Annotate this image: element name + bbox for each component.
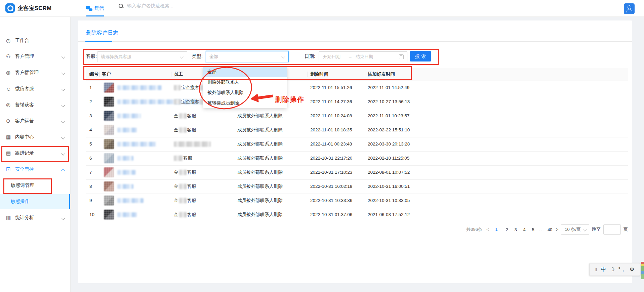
- prev-page-button[interactable]: <: [486, 227, 489, 232]
- type-select-dropdown: 全部删除外部联系人被外部联系人删除被转接成员删除: [203, 67, 287, 108]
- delete-time-cell: 2022-11-01 10:18:35: [310, 123, 352, 137]
- sidebar-item-content-center[interactable]: ▦内容中心: [0, 130, 70, 144]
- person-icon: [628, 5, 631, 9]
- pixelation-overlay: [104, 181, 114, 192]
- page-size-value: 10 条/页: [565, 226, 581, 233]
- wechat-bubbles-icon: [86, 6, 92, 11]
- customer-avatar-blur: [104, 125, 114, 135]
- delete-time-cell: 2022-10-31 10:33:36: [310, 194, 352, 208]
- delete-time-cell: 2022-10-31 01:37:06: [310, 208, 352, 222]
- jump-page-input[interactable]: [603, 224, 621, 235]
- employee-blur: [179, 127, 187, 133]
- sidebar-item-customer-operation[interactable]: ⊙客户运营: [0, 114, 70, 128]
- employee-visible-text: 客服: [187, 127, 196, 133]
- header-separator: [99, 72, 100, 77]
- page-size-select[interactable]: 10 条/页: [561, 224, 589, 235]
- agent-select[interactable]: 请选择所属客服: [97, 51, 187, 62]
- quick-search-input[interactable]: [126, 3, 195, 9]
- sidebar-item-security-control[interactable]: ☑安全管控: [0, 163, 70, 176]
- pixelation-overlay: [104, 97, 114, 107]
- chevron-down-icon: [61, 55, 65, 58]
- table-row: 1宝企搜客2022-11-01 15:51:262022-11-01 14:52…: [86, 81, 628, 95]
- delete-type-cell: 成员被外部联系人删除: [237, 151, 283, 165]
- dashboard-icon: ◴: [6, 38, 13, 44]
- dropdown-option[interactable]: 删除外部联系人: [203, 77, 287, 87]
- sidebar-item-workbench[interactable]: ◴工作台: [0, 34, 70, 47]
- sidebar-item-wechat-service[interactable]: ☺微信客服: [0, 82, 70, 95]
- employee-visible-text: 客服: [187, 183, 196, 190]
- delete-time-cell: 2022-11-01 15:51:26: [310, 81, 352, 95]
- customer-name-blur: [117, 128, 137, 132]
- dropdown-option[interactable]: 被转接成员删除: [203, 98, 287, 108]
- page-number-button[interactable]: 3: [513, 227, 519, 232]
- page-number-button[interactable]: 1: [492, 225, 501, 234]
- employee-blur: [174, 99, 180, 105]
- sidebar-item-label: 客户运营: [15, 118, 34, 124]
- sidebar-item-label: 营销获客: [15, 102, 34, 108]
- sidebar-item-statistics[interactable]: ▥统计分析: [0, 211, 70, 224]
- sidebar-item-label: 统计分析: [15, 215, 34, 221]
- sidebar-item-followup-records[interactable]: ▤跟进记录: [0, 147, 70, 160]
- tab-hairline: [78, 41, 632, 42]
- type-select[interactable]: 全部: [206, 51, 289, 62]
- chinese-mode-icon[interactable]: 中: [601, 267, 606, 272]
- search-button[interactable]: 搜 索: [410, 51, 431, 61]
- sidebar-item-sensitive-actions[interactable]: 敏感操作: [0, 195, 70, 208]
- date-end-placeholder: 结束日期: [356, 54, 373, 60]
- employee-blur: [179, 198, 187, 203]
- add-friend-time-cell: 2022-11-01 14:52:49: [368, 81, 409, 95]
- agent-filter-label: 客服:: [86, 53, 97, 59]
- row-index-cell: 2: [89, 95, 92, 109]
- customer-name-blur: [117, 142, 156, 147]
- tab-delete-customer-log[interactable]: 删除客户日志: [86, 30, 118, 37]
- header-separator: [365, 72, 365, 77]
- customer-name-blur: [117, 184, 133, 189]
- drag-handle-icon[interactable]: ‖: [595, 267, 597, 272]
- date-range-picker[interactable]: 开始日期 → 结束日期: [319, 51, 407, 62]
- sidebar-item-customer-mgmt[interactable]: ⚇客户管理: [0, 50, 70, 63]
- sidebar-item-label: 客户群管理: [15, 70, 39, 76]
- header-separator: [410, 72, 410, 77]
- sidebar-item-label: 敏感词管理: [11, 182, 34, 189]
- page-number-button[interactable]: 2: [504, 227, 510, 232]
- moon-icon[interactable]: ☽: [610, 267, 614, 272]
- customer-avatar-blur: [104, 139, 114, 149]
- employee-visible-prefix: 金: [174, 127, 178, 133]
- punctuation-icon[interactable]: °，: [618, 267, 626, 272]
- table-row: 9金客服成员被外部联系人删除2022-10-31 10:33:362022-10…: [86, 194, 628, 208]
- gear-icon[interactable]: ⚙: [630, 267, 634, 272]
- type-filter-label: 类型:: [192, 53, 203, 59]
- employee-cell: 金客服: [174, 208, 196, 222]
- sidebar-item-customer-group-mgmt[interactable]: ◍客户群管理: [0, 66, 70, 79]
- sidebar-item-sensitive-words[interactable]: 敏感词管理: [0, 179, 70, 192]
- employee-blur: [179, 184, 187, 189]
- user-avatar-button[interactable]: [624, 3, 635, 14]
- add-friend-time-cell: 2022-02-22 15:51:10: [368, 123, 410, 137]
- customer-avatar-blur: [104, 181, 114, 192]
- employee-cell: 客服: [174, 151, 192, 165]
- sidebar-item-label: 客户管理: [15, 53, 34, 59]
- sidebar-item-label: 微信客服: [15, 86, 34, 92]
- delete-type-cell: 成员被外部联系人删除: [237, 165, 283, 179]
- dropdown-option[interactable]: 全部: [203, 67, 287, 77]
- employee-cell: 金客服: [174, 194, 196, 208]
- chevron-down-icon: [61, 135, 65, 139]
- page-number-button[interactable]: 5: [530, 227, 536, 232]
- type-select-value: 全部: [209, 54, 218, 60]
- app-title: 企客宝SCRM: [17, 0, 51, 16]
- chevron-down-icon: [61, 152, 65, 155]
- customer-avatar-blur: [104, 111, 114, 121]
- employee-cell: 宝企搜客: [174, 95, 205, 109]
- dropdown-option[interactable]: 被外部联系人删除: [203, 87, 287, 98]
- sidebar-item-label: 安全管控: [15, 166, 34, 172]
- row-index-cell: 10: [89, 208, 94, 222]
- employee-cell: 宝企搜客: [174, 81, 205, 95]
- page-number-button[interactable]: 4: [521, 227, 527, 232]
- employee-visible-text: 客服: [187, 212, 196, 218]
- next-page-button[interactable]: >: [556, 227, 558, 232]
- sidebar-item-marketing-acquisition[interactable]: ◎营销获客: [0, 98, 70, 112]
- table-row: 10金客服成员被外部联系人删除2022-10-31 01:37:062021-0…: [86, 208, 628, 222]
- tab-sales[interactable]: 销售: [86, 0, 105, 16]
- delete-time-cell: 2022-10-31 22:17:20: [310, 151, 352, 165]
- page-number-button[interactable]: 40: [547, 227, 553, 232]
